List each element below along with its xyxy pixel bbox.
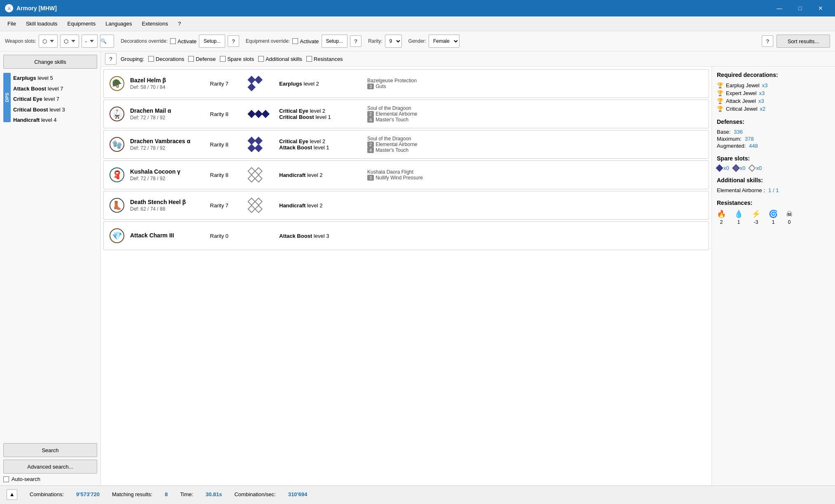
deco-help-btn[interactable]: ? (228, 35, 239, 47)
sort-results-btn[interactable]: Sort results... (777, 35, 830, 48)
equip-help-btn[interactable]: ? (350, 35, 362, 47)
deco-activate-check[interactable]: Activate (170, 38, 196, 44)
auto-search-check[interactable]: Auto-search (3, 476, 97, 482)
add-skill-name: Elemental Airborne : (717, 187, 765, 193)
resist-fire-val: 2 (720, 219, 723, 225)
deco-setup-btn[interactable]: Setup... (199, 35, 225, 48)
additional-section: Additional skills: Elemental Airborne : … (717, 177, 830, 194)
status-bar: ▲ Combinations: 9'573'720 Matching resul… (0, 485, 835, 503)
result-name-col-0: Bazel Helm β Def: 58 / 70 / 84 (130, 77, 204, 90)
grouping-spare-checkbox[interactable] (220, 56, 226, 62)
close-button[interactable]: ✕ (811, 0, 830, 16)
result-deco-1 (249, 111, 273, 117)
status-up-btn[interactable]: ▲ (7, 489, 17, 500)
equip-activate-checkbox[interactable] (292, 38, 298, 44)
combinations-val: 9'573'720 (76, 491, 100, 497)
grouping-deco-check[interactable]: Decorations (148, 56, 184, 62)
skill-attack-boost: Attack Boost level 7 (13, 84, 97, 94)
rarity-select[interactable]: 9 1234 5678 (385, 35, 402, 48)
deco-count-1[interactable]: x3 (759, 90, 765, 96)
result-set-1: Soul of the Dragoon 2Elemental Airborne … (367, 105, 433, 123)
grouping-additional-checkbox[interactable] (258, 56, 264, 62)
menu-languages[interactable]: Languages (101, 19, 136, 28)
weapon-slot-btn-3[interactable]: - (82, 35, 98, 48)
grouping-resist-check[interactable]: Resistances (306, 56, 343, 62)
title-bar: ⚔ Armory [MHW] — □ ✕ (0, 0, 835, 16)
result-def-1: Def: 72 / 78 / 92 (130, 115, 204, 121)
grouping-spare-check[interactable]: Spare slots (220, 56, 254, 62)
search-btn[interactable]: Search (3, 443, 97, 457)
combsec-val: 310'694 (288, 491, 307, 497)
menu-file[interactable]: File (3, 19, 20, 28)
deco-item-3: 🏆 Critical Jewel x2 (717, 105, 830, 113)
minimize-button[interactable]: — (770, 0, 789, 16)
result-name-1: Drachen Mail α (130, 107, 204, 114)
result-row-0[interactable]: 🪖 Bazel Helm β Def: 58 / 70 / 84 Rarity … (103, 69, 709, 98)
menu-equipments[interactable]: Equipments (63, 19, 100, 28)
result-name-col-1: Drachen Mail α Def: 72 / 78 / 92 (130, 107, 204, 121)
result-skills-3: Handicraft level 2 (279, 172, 362, 178)
grouping-help-btn[interactable]: ? (105, 53, 117, 65)
deco-count-2[interactable]: x3 (758, 98, 764, 104)
equip-activate-check[interactable]: Activate (292, 38, 319, 44)
result-icon-3: 🧣 (110, 167, 124, 182)
result-row-5[interactable]: 💎 Attack Charm III Rarity 0 Attack Boost… (103, 221, 709, 250)
menu-skill-loadouts[interactable]: Skill loadouts (22, 19, 62, 28)
result-row-4[interactable]: 👢 Death Stench Heel β Def: 62 / 74 / 88 … (103, 191, 709, 220)
result-row-3[interactable]: 🧣 Kushala Cocoon γ Def: 72 / 78 / 92 Rar… (103, 160, 709, 189)
result-row-2[interactable]: 🧤 Drachen Vambraces α Def: 72 / 78 / 92 … (103, 130, 709, 159)
change-skills-btn[interactable]: Change skills (3, 55, 97, 69)
result-icon-4: 👢 (110, 198, 124, 213)
deco-activate-checkbox[interactable] (170, 38, 176, 44)
weapon-slots-group: Weapon slots: ⬡ ⬡ - 🔍 (5, 35, 114, 48)
rarity-group: Rarity: 9 1234 5678 (368, 35, 402, 48)
deco-icon-3: 🏆 (717, 106, 723, 112)
result-skills-0: Earplugs level 2 (279, 81, 362, 87)
weapon-slot-btn-1[interactable]: ⬡ (39, 35, 58, 48)
deco-item-0: 🏆 Earplug Jewel x3 (717, 81, 830, 89)
weapon-filter-btn[interactable]: 🔍 (100, 35, 114, 48)
result-icon-5: 💎 (110, 228, 124, 243)
resistances-title: Resistances: (717, 200, 830, 206)
result-deco-4 (249, 199, 273, 212)
right-panel: Required decorations: 🏆 Earplug Jewel x3… (711, 67, 835, 485)
result-name-5: Attack Charm III (130, 232, 204, 239)
maximize-button[interactable]: □ (791, 0, 809, 16)
result-name-0: Bazel Helm β (130, 77, 204, 84)
result-row-1[interactable]: 🥋 Drachen Mail α Def: 72 / 78 / 92 Rarit… (103, 100, 709, 128)
weapon-slots-label: Weapon slots: (5, 38, 36, 44)
resist-fire: 🔥 2 (717, 209, 726, 225)
thunder-icon: ⚡ (751, 209, 760, 218)
deco-count-3[interactable]: x2 (760, 106, 766, 112)
weapon-slot-btn-2[interactable]: ⬡ (60, 35, 79, 48)
grouping-resist-checkbox[interactable] (306, 56, 312, 62)
grouping-defense-checkbox[interactable] (188, 56, 194, 62)
advanced-search-btn[interactable]: Advanced search... (3, 460, 97, 474)
spare-row: x0 x0 x0 (717, 165, 830, 171)
deco-count-0[interactable]: x3 (762, 82, 768, 88)
deco-icon-2: 🏆 (717, 98, 723, 104)
equip-setup-btn[interactable]: Setup... (322, 35, 348, 48)
matching-label: Matching results: (112, 491, 152, 497)
toolbar-help-btn[interactable]: ? (762, 35, 773, 47)
grouping-additional-check[interactable]: Additional skills (258, 56, 302, 62)
grouping-deco-checkbox[interactable] (148, 56, 154, 62)
defenses-title: Defenses: (717, 118, 830, 125)
grouping-label: Grouping: (121, 56, 144, 62)
grouping-defense-check[interactable]: Defense (188, 56, 215, 62)
auto-search-checkbox[interactable] (3, 476, 9, 482)
menu-help[interactable]: ? (174, 19, 185, 28)
fire-icon: 🔥 (717, 209, 726, 218)
skills-list: Earplugs level 5 Attack Boost level 7 Cr… (13, 73, 97, 440)
result-skills-4: Handicraft level 2 (279, 202, 362, 209)
menu-extensions[interactable]: Extensions (138, 19, 173, 28)
add-skill-val: 1 / 1 (768, 187, 779, 193)
toolbar: Weapon slots: ⬡ ⬡ - 🔍 Decorations overri… (0, 31, 835, 51)
defense-base: Base: 336 (717, 128, 830, 135)
deco-override-label: Decorations override: (121, 38, 168, 44)
gender-select[interactable]: Female Male (429, 35, 459, 48)
deco-name-0: Earplug Jewel (726, 82, 760, 88)
defenses-section: Defenses: Base: 336 Maximum: 378 Augment… (717, 118, 830, 149)
result-name-3: Kushala Cocoon γ (130, 168, 204, 175)
result-name-col-3: Kushala Cocoon γ Def: 72 / 78 / 92 (130, 168, 204, 181)
